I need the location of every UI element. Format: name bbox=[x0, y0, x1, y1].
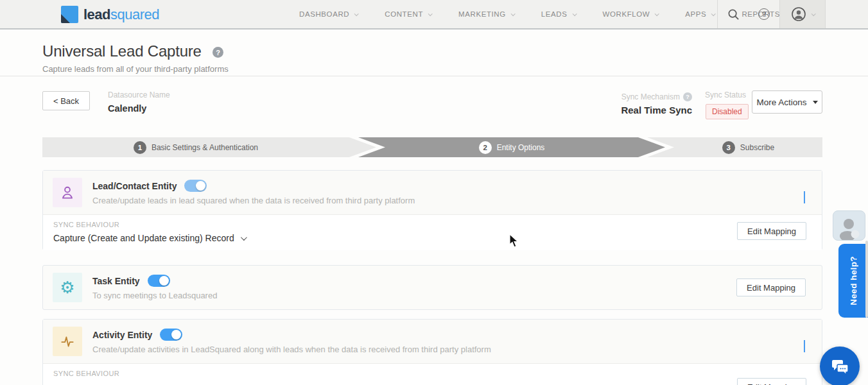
activity-edit-mapping-button[interactable]: Edit Mapping bbox=[737, 378, 806, 385]
chevron-down-icon bbox=[428, 12, 433, 16]
task-entity-icon-box: ⚙ bbox=[53, 273, 82, 302]
menu-item-label: MARKETING bbox=[458, 10, 506, 18]
step-basic-settings[interactable]: 1 Basic Settings & Authentication bbox=[42, 137, 376, 157]
chevron-down-icon bbox=[572, 12, 577, 16]
sync-behaviour-label: SYNC BEHAVIOUR bbox=[53, 370, 119, 377]
pulse-icon bbox=[59, 333, 76, 350]
nav-right-controls: ? bbox=[717, 0, 868, 28]
help-glyph: ? bbox=[686, 94, 690, 100]
sync-mechanism-value: Real Time Sync bbox=[621, 105, 692, 116]
sync-behaviour-value: Capture (Create and Update existing) Rec… bbox=[53, 233, 234, 243]
nav-help-button[interactable]: ? bbox=[749, 0, 779, 28]
step-label: Subscribe bbox=[740, 143, 774, 152]
menu-item-label: WORKFLOW bbox=[603, 10, 650, 18]
menu-item-workflow[interactable]: WORKFLOW bbox=[589, 0, 672, 28]
lead-collapse-button[interactable] bbox=[801, 189, 808, 205]
sync-behaviour-label: SYNC BEHAVIOUR bbox=[53, 221, 119, 228]
back-button[interactable]: < Back bbox=[42, 91, 90, 110]
help-icon: ? bbox=[758, 8, 770, 20]
logo-word-squared: squared bbox=[110, 6, 159, 22]
leadsquared-logo[interactable]: leadsquared bbox=[61, 6, 159, 23]
user-menu[interactable] bbox=[780, 0, 825, 28]
universal-lead-capture-page: leadsquared DASHBOARD CONTENT MARKETING … bbox=[0, 0, 868, 385]
lead-entity-header: Lead/Contact Entity Create/update leads … bbox=[43, 171, 822, 214]
sync-mechanism-label: Sync Mechanism ? bbox=[621, 92, 692, 101]
lead-edit-mapping-button[interactable]: Edit Mapping bbox=[737, 222, 806, 240]
task-entity-title: Task Entity bbox=[92, 276, 140, 286]
task-entity-text: Task Entity To sync meetings to Leadsqua… bbox=[92, 275, 217, 300]
step-entity-options[interactable]: 2 Entity Options bbox=[358, 137, 665, 157]
toggle-knob bbox=[159, 276, 169, 286]
presenter-video-thumbnail[interactable] bbox=[833, 210, 865, 241]
activity-entity-card: Activity Entity Create/update activities… bbox=[42, 319, 822, 385]
leadsquared-logo-text: leadsquared bbox=[83, 6, 159, 23]
task-edit-mapping-button[interactable]: Edit Mapping bbox=[736, 278, 806, 296]
activity-entity-toggle[interactable] bbox=[160, 329, 182, 341]
menu-item-dashboard[interactable]: DASHBOARD bbox=[286, 0, 371, 28]
activity-entity-text: Activity Entity Create/update activities… bbox=[92, 329, 491, 354]
avatar-icon bbox=[837, 214, 862, 240]
chevron-down-icon bbox=[711, 12, 716, 16]
gear-icon: ⚙ bbox=[60, 279, 74, 296]
logo-word-lead: lead bbox=[83, 6, 110, 22]
step-number: 3 bbox=[722, 141, 735, 154]
step-label: Entity Options bbox=[497, 143, 545, 152]
datasource-name-value: Calendly bbox=[108, 103, 146, 114]
chevron-down-icon bbox=[241, 234, 247, 241]
step-number: 2 bbox=[479, 141, 492, 154]
top-nav: leadsquared DASHBOARD CONTENT MARKETING … bbox=[0, 0, 868, 30]
activity-entity-icon-box bbox=[53, 327, 82, 356]
task-entity-description: To sync meetings to Leadsquared bbox=[92, 291, 217, 300]
toggle-knob bbox=[171, 330, 181, 339]
chat-bubbles-icon bbox=[829, 356, 850, 377]
help-glyph: ? bbox=[216, 49, 220, 56]
search-button[interactable] bbox=[718, 0, 749, 28]
sync-mechanism: Sync Mechanism ? Real Time Sync bbox=[621, 90, 692, 116]
menu-item-marketing[interactable]: MARKETING bbox=[445, 0, 528, 28]
person-icon bbox=[59, 184, 76, 201]
menu-item-content[interactable]: CONTENT bbox=[371, 0, 445, 28]
task-entity-header: ⚙ Task Entity To sync meetings to Leadsq… bbox=[43, 266, 822, 309]
menu-item-label: CONTENT bbox=[385, 10, 423, 18]
chat-launcher-button[interactable] bbox=[820, 346, 860, 385]
lead-entity-toggle[interactable] bbox=[184, 180, 207, 192]
activity-entity-header: Activity Entity Create/update activities… bbox=[43, 320, 822, 363]
toggle-knob bbox=[196, 181, 205, 191]
user-icon bbox=[791, 6, 806, 22]
help-glyph: ? bbox=[762, 10, 767, 18]
chevron-down-icon bbox=[655, 12, 659, 16]
step-subscribe[interactable]: 3 Subscribe bbox=[647, 137, 822, 157]
scrollbar[interactable] bbox=[865, 241, 868, 318]
more-actions-button[interactable]: More Actions bbox=[752, 90, 822, 114]
chevron-down-icon bbox=[354, 12, 359, 16]
lead-entity-text: Lead/Contact Entity Create/update leads … bbox=[92, 180, 415, 205]
chevron-up-icon bbox=[804, 191, 805, 203]
chevron-down-icon bbox=[510, 12, 515, 16]
caret-down-icon bbox=[813, 101, 818, 104]
page-subtitle: Capture leads from all of your third-par… bbox=[42, 64, 229, 74]
task-entity-toggle[interactable] bbox=[148, 275, 170, 287]
header-divider bbox=[0, 76, 868, 76]
datasource-name-label: Datasource Name bbox=[108, 90, 170, 99]
search-icon bbox=[727, 8, 740, 21]
lead-contact-entity-card: Lead/Contact Entity Create/update leads … bbox=[42, 170, 822, 250]
lead-entity-title: Lead/Contact Entity bbox=[92, 181, 177, 191]
lead-entity-description: Create/update leads in lead squared when… bbox=[92, 196, 415, 205]
activity-collapse-button[interactable] bbox=[801, 338, 808, 354]
activity-entity-body: SYNC BEHAVIOUR Edit Mapping bbox=[43, 363, 822, 385]
menu-item-leads[interactable]: LEADS bbox=[528, 0, 589, 28]
page-help-icon[interactable]: ? bbox=[213, 47, 223, 58]
sync-mechanism-label-text: Sync Mechanism bbox=[621, 92, 680, 101]
nav-spacer bbox=[826, 0, 868, 28]
chevron-down-icon bbox=[811, 12, 815, 16]
sync-mechanism-help-icon[interactable]: ? bbox=[683, 92, 692, 101]
need-help-tab[interactable]: Need help? bbox=[838, 244, 868, 318]
sync-behaviour-dropdown[interactable]: Capture (Create and Update existing) Rec… bbox=[53, 233, 245, 243]
activity-entity-title: Activity Entity bbox=[92, 330, 152, 340]
step-label: Basic Settings & Authentication bbox=[152, 143, 258, 152]
lead-entity-body: SYNC BEHAVIOUR Capture (Create and Updat… bbox=[43, 214, 822, 250]
menu-item-label: DASHBOARD bbox=[299, 10, 349, 18]
sync-status-badge: Disabled bbox=[706, 104, 749, 119]
chevron-up-icon bbox=[804, 340, 805, 352]
page-title: Universal Lead Capture bbox=[42, 42, 202, 60]
